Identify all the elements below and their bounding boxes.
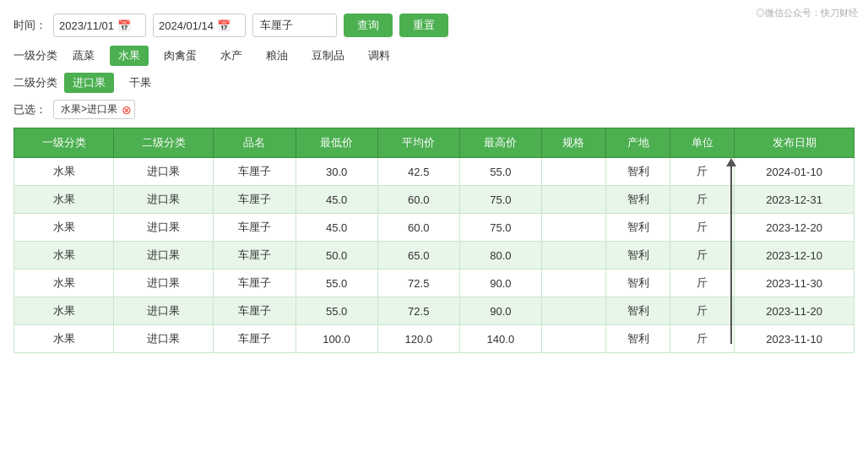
table-cell: 智利 [606,297,670,325]
th-spec: 规格 [541,128,605,158]
date-end-value: 2024/01/14 [159,19,214,32]
table-cell: 智利 [606,214,670,242]
watermark: ◎微信公众号：快刀财经 [756,7,858,19]
table-cell: 进口果 [114,158,214,186]
table-cell: 2023-12-10 [735,242,854,270]
table-cell: 水果 [14,325,114,353]
table-cell: 车厘子 [214,270,296,297]
search-input[interactable] [252,14,337,37]
calendar-start-icon[interactable]: 📅 [117,19,140,32]
table-cell: 斤 [670,297,735,325]
table-cell: 60.0 [377,186,459,214]
th-avg-price: 平均价 [377,128,459,158]
table-cell [541,270,605,297]
remove-tag-icon[interactable]: ⊗ [122,104,132,116]
table-cell: 斤 [670,186,735,214]
table-row: 水果进口果车厘子55.072.590.0智利斤2023-11-20 [14,297,854,325]
cat1-蔬菜[interactable]: 蔬菜 [64,46,103,66]
table-cell: 50.0 [296,242,377,270]
table-header-row: 一级分类 二级分类 品名 最低价 平均价 最高价 规格 产地 单位 发布日期 [14,128,854,158]
table-cell: 72.5 [377,270,459,297]
table-cell: 车厘子 [214,325,296,353]
table-row: 水果进口果车厘子45.060.075.0智利斤2023-12-20 [14,214,854,242]
table-cell: 车厘子 [214,297,296,325]
table-cell: 水果 [14,242,114,270]
table-cell: 斤 [670,242,735,270]
table-cell: 42.5 [377,158,459,186]
date-start-input[interactable]: 2023/11/01 📅 [53,14,146,37]
cat2-干果[interactable]: 干果 [121,73,160,93]
calendar-end-icon[interactable]: 📅 [217,19,240,32]
cat1-肉禽蛋[interactable]: 肉禽蛋 [155,46,205,66]
category1-row: 一级分类 蔬菜 水果 肉禽蛋 水产 粮油 豆制品 调料 [14,46,854,66]
table-cell: 水果 [14,297,114,325]
cat1-水果[interactable]: 水果 [110,46,149,66]
table-cell: 水果 [14,270,114,297]
category1-label: 一级分类 [14,48,57,63]
table-cell: 120.0 [377,325,459,353]
table-cell: 75.0 [459,214,541,242]
table-row: 水果进口果车厘子30.042.555.0智利斤2024-01-10 [14,158,854,186]
table-cell: 140.0 [459,325,541,353]
table-cell: 2023-11-30 [735,270,854,297]
cat2-进口果[interactable]: 进口果 [64,73,114,93]
table-cell: 智利 [606,270,670,297]
table-cell: 2024-01-10 [735,158,854,186]
th-category1: 一级分类 [14,128,114,158]
th-origin: 产地 [606,128,670,158]
selected-row: 已选： 水果>进口果 ⊗ [14,100,854,119]
selected-tag-text: 水果>进口果 [61,103,117,115]
table-cell: 斤 [670,325,735,353]
table-row: 水果进口果车厘子55.072.590.0智利斤2023-11-30 [14,270,854,297]
table-cell: 45.0 [296,214,377,242]
table-cell: 2023-12-31 [735,186,854,214]
table-cell [541,325,605,353]
date-end-input[interactable]: 2024/01/14 📅 [153,14,246,37]
table-cell: 进口果 [114,214,214,242]
th-unit: 单位 [670,128,735,158]
table-cell [541,242,605,270]
table-row: 水果进口果车厘子100.0120.0140.0智利斤2023-11-10 [14,325,854,353]
selected-tag[interactable]: 水果>进口果 ⊗ [53,100,135,119]
table-cell: 水果 [14,214,114,242]
category2-row: 二级分类 进口果 干果 [14,73,854,93]
table-cell: 2023-12-20 [735,214,854,242]
category2-label: 二级分类 [14,75,57,90]
table-cell: 55.0 [296,297,377,325]
cat1-调料[interactable]: 调料 [360,46,399,66]
table-cell: 进口果 [114,297,214,325]
reset-button[interactable]: 重置 [399,14,448,37]
table-wrapper: 一级分类 二级分类 品名 最低价 平均价 最高价 规格 产地 单位 发布日期 水… [14,128,854,353]
table-cell: 2023-11-10 [735,325,854,353]
table-cell: 进口果 [114,242,214,270]
table-cell: 90.0 [459,270,541,297]
query-button[interactable]: 查询 [344,14,393,37]
table-cell: 72.5 [377,297,459,325]
table-cell: 水果 [14,186,114,214]
table-cell: 车厘子 [214,214,296,242]
cat1-粮油[interactable]: 粮油 [258,46,296,66]
table-cell: 进口果 [114,325,214,353]
table-cell: 水果 [14,158,114,186]
table-cell: 2023-11-20 [735,297,854,325]
date-start-value: 2023/11/01 [59,19,114,32]
table-cell: 斤 [670,214,735,242]
table-cell: 55.0 [296,270,377,297]
table-row: 水果进口果车厘子50.065.080.0智利斤2023-12-10 [14,242,854,270]
table-cell: 智利 [606,186,670,214]
table-cell: 80.0 [459,242,541,270]
table-cell: 75.0 [459,186,541,214]
cat1-水产[interactable]: 水产 [212,46,251,66]
table-cell: 65.0 [377,242,459,270]
th-date: 发布日期 [735,128,854,158]
table-cell: 进口果 [114,270,214,297]
table-cell: 进口果 [114,186,214,214]
cat1-豆制品[interactable]: 豆制品 [303,46,353,66]
table-cell: 智利 [606,325,670,353]
table-cell: 斤 [670,158,735,186]
table-cell [541,297,605,325]
table-cell [541,214,605,242]
filter-row: 时间： 2023/11/01 📅 2024/01/14 📅 查询 重置 [14,14,854,37]
table-cell: 车厘子 [214,186,296,214]
th-product: 品名 [214,128,296,158]
